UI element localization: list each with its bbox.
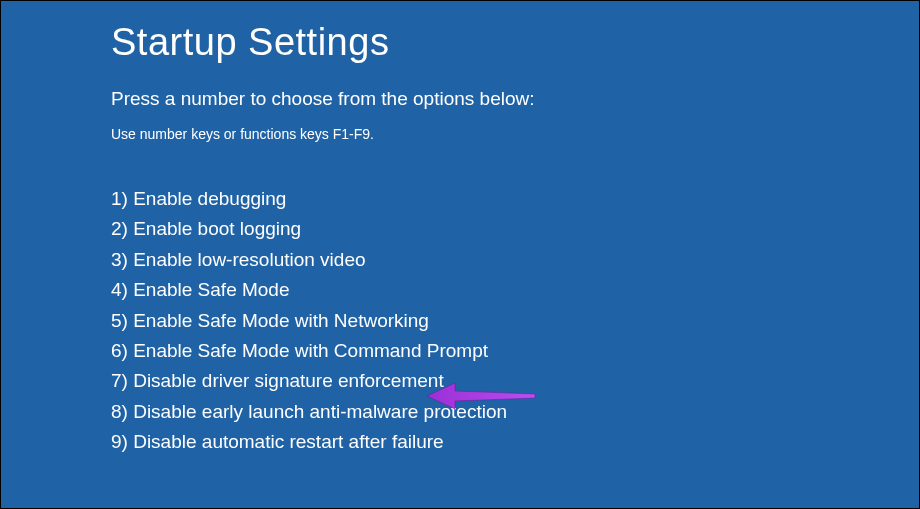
option-3[interactable]: 3) Enable low-resolution video xyxy=(111,245,809,275)
option-6[interactable]: 6) Enable Safe Mode with Command Prompt xyxy=(111,336,809,366)
option-5[interactable]: 5) Enable Safe Mode with Networking xyxy=(111,306,809,336)
option-7[interactable]: 7) Disable driver signature enforcement xyxy=(111,366,809,396)
instruction-text: Use number keys or functions keys F1-F9. xyxy=(111,126,809,142)
option-9[interactable]: 9) Disable automatic restart after failu… xyxy=(111,427,809,457)
option-2[interactable]: 2) Enable boot logging xyxy=(111,214,809,244)
page-title: Startup Settings xyxy=(111,21,809,64)
subtitle: Press a number to choose from the option… xyxy=(111,88,809,110)
option-1[interactable]: 1) Enable debugging xyxy=(111,184,809,214)
options-list: 1) Enable debugging 2) Enable boot loggi… xyxy=(111,184,809,458)
option-4[interactable]: 4) Enable Safe Mode xyxy=(111,275,809,305)
startup-settings-screen: Startup Settings Press a number to choos… xyxy=(1,1,919,458)
option-8[interactable]: 8) Disable early launch anti-malware pro… xyxy=(111,397,809,427)
